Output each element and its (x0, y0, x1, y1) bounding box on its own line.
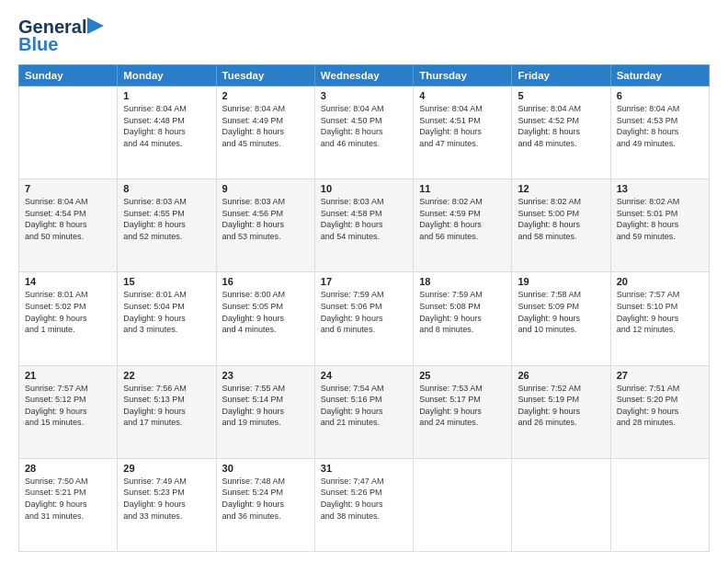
header-sunday: Sunday (19, 65, 118, 86)
calendar-cell: 3Sunrise: 8:04 AM Sunset: 4:50 PM Daylig… (314, 86, 413, 179)
calendar-cell: 26Sunrise: 7:52 AM Sunset: 5:19 PM Dayli… (512, 365, 610, 458)
day-info: Sunrise: 7:47 AM Sunset: 5:26 PM Dayligh… (321, 476, 407, 522)
calendar-week-row: 7Sunrise: 8:04 AM Sunset: 4:54 PM Daylig… (19, 179, 710, 272)
day-number: 5 (518, 90, 604, 101)
calendar-header-row: SundayMondayTuesdayWednesdayThursdayFrid… (19, 65, 710, 86)
day-info: Sunrise: 7:48 AM Sunset: 5:24 PM Dayligh… (222, 476, 309, 522)
day-info: Sunrise: 8:03 AM Sunset: 4:58 PM Dayligh… (321, 196, 407, 242)
day-number: 10 (321, 183, 407, 194)
day-number: 27 (617, 370, 703, 381)
calendar-cell: 10Sunrise: 8:03 AM Sunset: 4:58 PM Dayli… (314, 179, 413, 272)
page: General Blue SundayMondayTuesdayWednesda… (0, 0, 728, 563)
day-number: 23 (222, 370, 309, 381)
calendar-table: SundayMondayTuesdayWednesdayThursdayFrid… (18, 64, 710, 552)
day-number: 22 (123, 370, 210, 381)
header-saturday: Saturday (610, 65, 709, 86)
calendar-cell: 12Sunrise: 8:02 AM Sunset: 5:00 PM Dayli… (512, 179, 610, 272)
header-friday: Friday (512, 65, 610, 86)
day-number: 17 (321, 276, 407, 287)
day-info: Sunrise: 7:53 AM Sunset: 5:17 PM Dayligh… (419, 383, 506, 429)
calendar-cell: 2Sunrise: 8:04 AM Sunset: 4:49 PM Daylig… (216, 86, 314, 179)
day-info: Sunrise: 8:04 AM Sunset: 4:53 PM Dayligh… (617, 103, 703, 149)
day-info: Sunrise: 8:04 AM Sunset: 4:48 PM Dayligh… (123, 103, 210, 149)
calendar-cell: 28Sunrise: 7:50 AM Sunset: 5:21 PM Dayli… (19, 458, 118, 551)
calendar-cell: 23Sunrise: 7:55 AM Sunset: 5:14 PM Dayli… (216, 365, 314, 458)
day-number: 21 (25, 370, 111, 381)
day-number: 4 (419, 90, 506, 101)
calendar-cell: 18Sunrise: 7:59 AM Sunset: 5:08 PM Dayli… (414, 272, 512, 365)
calendar-cell (414, 458, 512, 551)
day-info: Sunrise: 8:04 AM Sunset: 4:51 PM Dayligh… (419, 103, 506, 149)
day-number: 16 (222, 276, 309, 287)
day-info: Sunrise: 8:00 AM Sunset: 5:05 PM Dayligh… (222, 289, 309, 335)
day-info: Sunrise: 7:58 AM Sunset: 5:09 PM Dayligh… (518, 289, 604, 335)
header: General Blue (18, 17, 710, 55)
header-monday: Monday (118, 65, 216, 86)
day-number: 9 (222, 183, 309, 194)
day-info: Sunrise: 7:59 AM Sunset: 5:06 PM Dayligh… (321, 289, 407, 335)
calendar-cell (512, 458, 610, 551)
calendar-cell: 16Sunrise: 8:00 AM Sunset: 5:05 PM Dayli… (216, 272, 314, 365)
calendar-cell: 6Sunrise: 8:04 AM Sunset: 4:53 PM Daylig… (610, 86, 709, 179)
day-info: Sunrise: 8:02 AM Sunset: 5:01 PM Dayligh… (617, 196, 703, 242)
calendar-cell: 9Sunrise: 8:03 AM Sunset: 4:56 PM Daylig… (216, 179, 314, 272)
day-info: Sunrise: 8:04 AM Sunset: 4:54 PM Dayligh… (25, 196, 111, 242)
day-number: 18 (419, 276, 506, 287)
calendar-cell: 24Sunrise: 7:54 AM Sunset: 5:16 PM Dayli… (314, 365, 413, 458)
day-number: 14 (25, 276, 111, 287)
day-info: Sunrise: 8:01 AM Sunset: 5:04 PM Dayligh… (123, 289, 210, 335)
calendar-cell (19, 86, 118, 179)
day-info: Sunrise: 8:04 AM Sunset: 4:49 PM Dayligh… (222, 103, 309, 149)
day-info: Sunrise: 7:51 AM Sunset: 5:20 PM Dayligh… (617, 383, 703, 429)
calendar-cell: 19Sunrise: 7:58 AM Sunset: 5:09 PM Dayli… (512, 272, 610, 365)
calendar-cell: 7Sunrise: 8:04 AM Sunset: 4:54 PM Daylig… (19, 179, 118, 272)
day-number: 2 (222, 90, 309, 101)
svg-marker-0 (87, 17, 104, 34)
day-number: 13 (617, 183, 703, 194)
calendar-week-row: 28Sunrise: 7:50 AM Sunset: 5:21 PM Dayli… (19, 458, 710, 551)
day-info: Sunrise: 7:59 AM Sunset: 5:08 PM Dayligh… (419, 289, 506, 335)
calendar-cell: 5Sunrise: 8:04 AM Sunset: 4:52 PM Daylig… (512, 86, 610, 179)
day-info: Sunrise: 8:03 AM Sunset: 4:55 PM Dayligh… (123, 196, 210, 242)
day-info: Sunrise: 8:04 AM Sunset: 4:52 PM Dayligh… (518, 103, 604, 149)
calendar-week-row: 14Sunrise: 8:01 AM Sunset: 5:02 PM Dayli… (19, 272, 710, 365)
calendar-cell: 17Sunrise: 7:59 AM Sunset: 5:06 PM Dayli… (314, 272, 413, 365)
calendar-cell: 20Sunrise: 7:57 AM Sunset: 5:10 PM Dayli… (610, 272, 709, 365)
day-number: 28 (25, 463, 111, 474)
day-number: 3 (321, 90, 407, 101)
day-number: 29 (123, 463, 210, 474)
day-info: Sunrise: 7:54 AM Sunset: 5:16 PM Dayligh… (321, 383, 407, 429)
day-number: 15 (123, 276, 210, 287)
calendar-cell: 8Sunrise: 8:03 AM Sunset: 4:55 PM Daylig… (118, 179, 216, 272)
day-number: 6 (617, 90, 703, 101)
calendar-cell: 21Sunrise: 7:57 AM Sunset: 5:12 PM Dayli… (19, 365, 118, 458)
day-info: Sunrise: 7:56 AM Sunset: 5:13 PM Dayligh… (123, 383, 210, 429)
day-info: Sunrise: 7:50 AM Sunset: 5:21 PM Dayligh… (25, 476, 111, 522)
day-number: 20 (617, 276, 703, 287)
calendar-cell: 30Sunrise: 7:48 AM Sunset: 5:24 PM Dayli… (216, 458, 314, 551)
day-info: Sunrise: 8:03 AM Sunset: 4:56 PM Dayligh… (222, 196, 309, 242)
calendar-cell: 25Sunrise: 7:53 AM Sunset: 5:17 PM Dayli… (414, 365, 512, 458)
day-info: Sunrise: 8:01 AM Sunset: 5:02 PM Dayligh… (25, 289, 111, 335)
day-number: 26 (518, 370, 604, 381)
day-info: Sunrise: 7:49 AM Sunset: 5:23 PM Dayligh… (123, 476, 210, 522)
calendar-cell: 14Sunrise: 8:01 AM Sunset: 5:02 PM Dayli… (19, 272, 118, 365)
calendar-cell: 31Sunrise: 7:47 AM Sunset: 5:26 PM Dayli… (314, 458, 413, 551)
calendar-cell: 11Sunrise: 8:02 AM Sunset: 4:59 PM Dayli… (414, 179, 512, 272)
day-number: 24 (321, 370, 407, 381)
calendar-week-row: 21Sunrise: 7:57 AM Sunset: 5:12 PM Dayli… (19, 365, 710, 458)
day-number: 30 (222, 463, 309, 474)
logo-blue: Blue (18, 34, 58, 55)
day-number: 1 (123, 90, 210, 101)
day-number: 7 (25, 183, 111, 194)
day-info: Sunrise: 7:52 AM Sunset: 5:19 PM Dayligh… (518, 383, 604, 429)
day-info: Sunrise: 8:04 AM Sunset: 4:50 PM Dayligh… (321, 103, 407, 149)
day-info: Sunrise: 7:57 AM Sunset: 5:12 PM Dayligh… (25, 383, 111, 429)
day-info: Sunrise: 7:57 AM Sunset: 5:10 PM Dayligh… (617, 289, 703, 335)
calendar-cell: 1Sunrise: 8:04 AM Sunset: 4:48 PM Daylig… (118, 86, 216, 179)
day-number: 11 (419, 183, 506, 194)
logo: General Blue (18, 17, 104, 55)
day-info: Sunrise: 8:02 AM Sunset: 4:59 PM Dayligh… (419, 196, 506, 242)
day-info: Sunrise: 8:02 AM Sunset: 5:00 PM Dayligh… (518, 196, 604, 242)
day-number: 19 (518, 276, 604, 287)
